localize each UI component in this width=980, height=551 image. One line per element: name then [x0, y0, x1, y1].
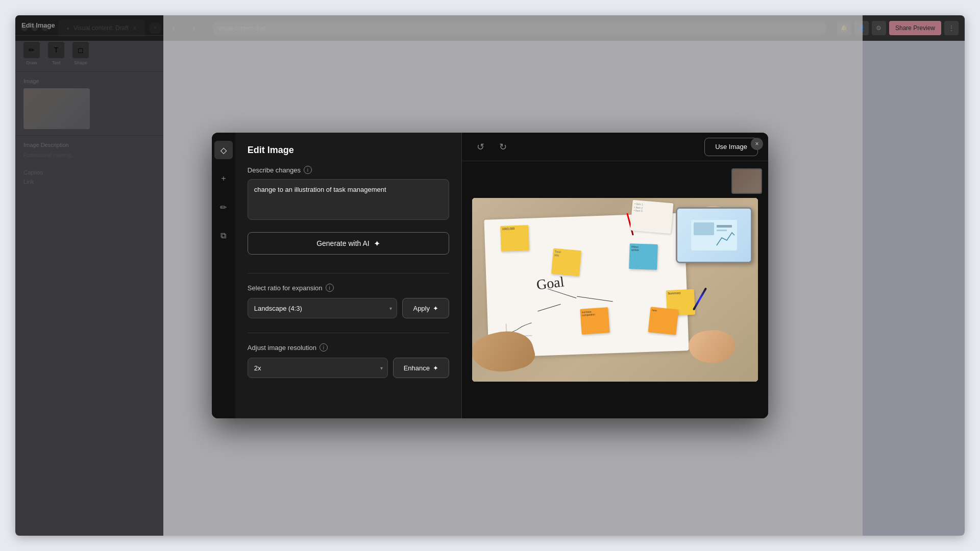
resolution-label-row: Adjust image resolution i — [248, 343, 449, 352]
edit-image-modal: × ◇ + ✏ ⧉ Edit Image Describe changes — [212, 133, 768, 418]
redo-btn[interactable]: ↻ — [495, 139, 511, 155]
modal-title: Edit Image — [248, 145, 294, 156]
modal-overlay: × ◇ + ✏ ⧉ Edit Image Describe changes — [15, 15, 965, 536]
generate-with-ai-btn[interactable]: Generate with AI ✦ — [248, 232, 449, 255]
tablet-screen — [677, 209, 751, 262]
ratio-info-icon[interactable]: i — [326, 284, 334, 292]
sticky-note-1: Tasktitle — [551, 248, 581, 276]
ratio-label: Select ratio for expansion — [248, 284, 323, 292]
resolution-info-icon[interactable]: i — [320, 343, 328, 352]
task-image-inner: Goal — [472, 198, 758, 382]
document-1: • item 1• item 2• item 3 — [630, 200, 674, 234]
svg-rect-5 — [717, 230, 727, 231]
describe-info-icon[interactable]: i — [304, 166, 312, 174]
describe-textarea[interactable] — [248, 179, 449, 220]
svg-rect-3 — [694, 222, 714, 235]
svg-rect-4 — [717, 225, 732, 228]
ratio-select-row: Landscape (4:3) Portrait (3:4) Square (1… — [248, 298, 449, 318]
divider-1 — [248, 273, 449, 273]
describe-section: Describe changes i — [248, 166, 449, 230]
modal-nav-pencil[interactable]: ✏ — [214, 198, 233, 216]
resolution-select[interactable]: 2x 1x 3x — [248, 358, 388, 378]
ratio-select[interactable]: Landscape (4:3) Portrait (3:4) Square (1… — [248, 298, 398, 318]
browser-window: ● Visual content: Draft ✕ + ‹ › visual-c… — [15, 15, 965, 536]
resolution-label: Adjust image resolution — [248, 344, 316, 352]
modal-left-panel: Edit Image Describe changes i Generate w… — [235, 133, 462, 418]
resolution-select-wrapper: 2x 1x 3x ▾ — [248, 358, 388, 378]
arrow-3 — [577, 296, 613, 302]
tablet-device — [676, 207, 752, 263]
generate-sparkle-icon: ✦ — [374, 239, 380, 248]
resolution-section: Adjust image resolution i 2x 1x 3x ▾ — [248, 341, 449, 382]
image-display-area: Goal — [462, 161, 768, 418]
arrow-2 — [537, 304, 560, 311]
modal-nav-logo[interactable]: ◇ — [214, 141, 233, 159]
apply-btn[interactable]: Apply ✦ — [402, 298, 449, 318]
generate-btn-label: Generate with AI — [316, 239, 370, 247]
use-image-btn[interactable]: Use Image — [704, 138, 758, 156]
resolution-select-row: 2x 1x 3x ▾ Enhance ✦ — [248, 358, 449, 378]
goal-text: Goal — [535, 274, 565, 293]
modal-nav: ◇ + ✏ ⧉ — [212, 133, 235, 418]
ratio-select-wrapper: Landscape (4:3) Portrait (3:4) Square (1… — [248, 298, 398, 318]
undo-btn[interactable]: ↺ — [472, 139, 488, 155]
describe-label: Describe changes i — [248, 166, 449, 174]
modal-nav-copy[interactable]: ⧉ — [214, 227, 233, 245]
modal-top-bar: ↺ ↻ Use Image — [462, 133, 768, 161]
sticky-note-5: here — [648, 307, 679, 335]
divider-2 — [248, 333, 449, 333]
modal-close-btn[interactable]: × — [751, 138, 763, 150]
sticky-note-4: increasecompetition — [580, 307, 609, 335]
task-management-image: Goal — [472, 198, 758, 382]
enhance-btn[interactable]: Enhance ✦ — [393, 358, 449, 378]
apply-btn-label: Apply — [413, 305, 430, 312]
ratio-section: Select ratio for expansion i Landscape (… — [248, 282, 449, 322]
sticky-note-6: 1000,000 — [500, 225, 529, 252]
apply-sparkle-icon: ✦ — [433, 305, 438, 312]
enhance-btn-label: Enhance — [404, 364, 430, 372]
modal-header: Edit Image — [248, 145, 449, 156]
textarea-container — [248, 179, 449, 222]
modal-right-panel: ↺ ↻ Use Image — [462, 133, 768, 418]
ratio-label-row: Select ratio for expansion i — [248, 284, 449, 292]
modal-nav-add[interactable]: + — [214, 169, 233, 188]
undo-redo-controls: ↺ ↻ — [472, 139, 511, 155]
enhance-sparkle-icon: ✦ — [433, 364, 438, 372]
sticky-note-3: Statusupdate — [629, 243, 658, 270]
